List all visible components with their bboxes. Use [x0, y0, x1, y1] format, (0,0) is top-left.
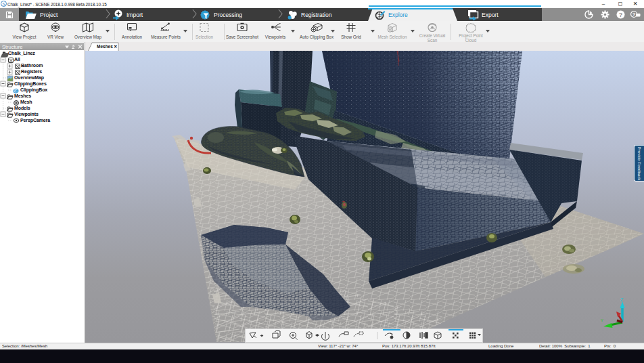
svg-text:S: S — [2, 2, 5, 6]
svg-text:?: ? — [619, 11, 623, 18]
svg-text:Y: Y — [601, 318, 603, 322]
svg-text:Z: Z — [620, 297, 624, 302]
svg-text:?: ? — [632, 11, 636, 17]
